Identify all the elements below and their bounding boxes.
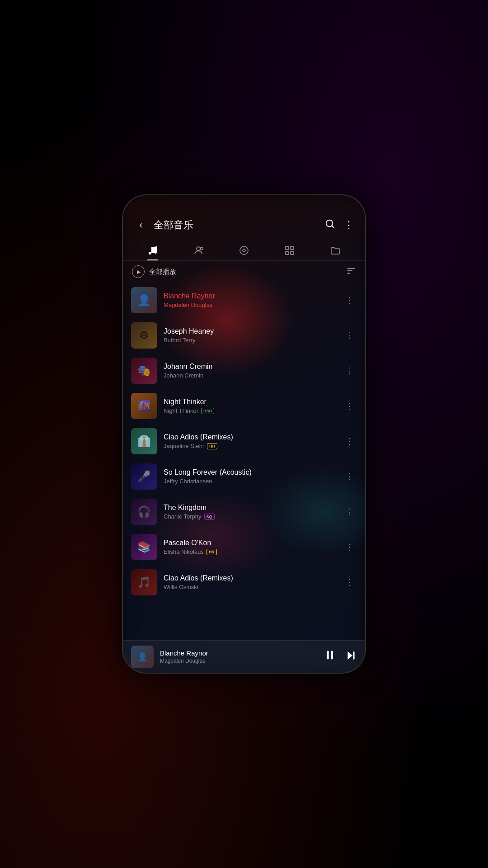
song-more-button[interactable]: ⋮	[342, 574, 357, 591]
svg-rect-16	[331, 651, 333, 660]
song-item[interactable]: ⚙ Joseph Heaney Buford Terry ⋮	[123, 318, 365, 353]
svg-point-7	[243, 249, 245, 252]
song-title: The Kingdom	[164, 504, 335, 512]
svg-rect-8	[286, 246, 289, 250]
song-info: The Kingdom Charlie Torphy SQ	[164, 504, 335, 520]
now-playing-thumb: 👤	[131, 646, 154, 668]
back-button[interactable]: ‹	[134, 218, 148, 232]
song-thumbnail: 👤	[131, 287, 157, 313]
song-artist: Buford Terry	[164, 337, 196, 344]
song-title: Joseph Heaney	[164, 327, 335, 335]
song-item[interactable]: 🎭 Johann Cremin Johann Cremin ⋮	[123, 353, 365, 388]
quality-badge: HR	[206, 549, 217, 555]
song-artist-row: Johann Cremin	[164, 372, 335, 379]
song-artist-row: Willis Osinski	[164, 584, 335, 590]
quality-badge: SQ	[204, 514, 215, 520]
search-icon[interactable]	[325, 219, 335, 231]
song-list: 👤 Blanche Raynor Magdalen Douglas ⋮ ⚙ Jo…	[123, 283, 365, 640]
song-artist-row: Night Thinker DSD	[164, 407, 335, 414]
song-info: Ciao Adios (Remixes) Jaqueline Stehr HR	[164, 433, 335, 449]
page-title: 全部音乐	[154, 218, 319, 232]
song-item[interactable]: 🌆 Night Thinker Night Thinker DSD ⋮	[123, 388, 365, 424]
header: ‹ 全部音乐 ⋮	[123, 195, 365, 238]
svg-line-1	[332, 226, 333, 227]
song-title: Blanche Raynor	[164, 292, 335, 300]
tab-playlists[interactable]	[267, 241, 312, 260]
pause-button[interactable]	[324, 649, 336, 665]
svg-point-3	[154, 251, 157, 254]
song-thumbnail: 📚	[131, 534, 157, 560]
song-artist: Elisha Nikolaus	[164, 548, 204, 555]
song-thumbnail: 🎧	[131, 499, 157, 525]
play-all-bar: ▶ 全部播放	[123, 261, 365, 283]
song-artist: Jeffry Christiansen	[164, 478, 212, 485]
song-info: Pascale O'Kon Elisha Nikolaus HR	[164, 539, 335, 555]
song-artist: Magdalen Douglas	[164, 302, 212, 308]
svg-point-6	[240, 246, 248, 255]
song-title: Pascale O'Kon	[164, 539, 335, 547]
svg-rect-11	[291, 251, 294, 255]
song-item[interactable]: 👔 Ciao Adios (Remixes) Jaqueline Stehr H…	[123, 424, 365, 459]
song-more-button[interactable]: ⋮	[342, 538, 357, 556]
svg-rect-18	[353, 651, 354, 659]
song-artist: Willis Osinski	[164, 584, 198, 590]
song-artist-row: Jeffry Christiansen	[164, 478, 335, 485]
song-more-button[interactable]: ⋮	[342, 292, 357, 309]
song-item[interactable]: 🎵 Ciao Adios (Remixes) Willis Osinski ⋮	[123, 565, 365, 600]
song-title: So Long Forever (Acoustic)	[164, 468, 335, 476]
svg-marker-17	[347, 651, 352, 659]
song-more-button[interactable]: ⋮	[342, 503, 357, 520]
sort-icon[interactable]	[346, 266, 356, 278]
now-playing-bar[interactable]: 👤 Blanche Raynor Magdalen Douglas	[123, 640, 365, 673]
song-item[interactable]: 📚 Pascale O'Kon Elisha Nikolaus HR ⋮	[123, 529, 365, 565]
song-more-button[interactable]: ⋮	[342, 327, 357, 344]
song-artist-row: Magdalen Douglas	[164, 302, 335, 308]
tab-artists[interactable]	[176, 241, 221, 260]
svg-rect-15	[327, 651, 329, 660]
svg-rect-10	[286, 251, 289, 255]
song-artist-row: Elisha Nikolaus HR	[164, 548, 335, 555]
tab-folders[interactable]	[312, 241, 358, 260]
song-thumbnail: 🎭	[131, 358, 157, 384]
song-artist: Charlie Torphy	[164, 513, 202, 520]
tab-songs[interactable]	[130, 241, 176, 260]
song-info: Night Thinker Night Thinker DSD	[164, 398, 335, 414]
svg-point-5	[200, 247, 203, 250]
now-playing-title: Blanche Raynor	[160, 649, 317, 657]
svg-rect-9	[291, 246, 294, 250]
song-thumbnail: 🎤	[131, 463, 157, 490]
song-artist: Jaqueline Stehr	[164, 443, 204, 449]
song-more-button[interactable]: ⋮	[342, 433, 357, 450]
more-options-icon[interactable]: ⋮	[344, 220, 354, 230]
song-artist-row: Charlie Torphy SQ	[164, 513, 335, 520]
song-title: Ciao Adios (Remixes)	[164, 433, 335, 441]
tab-albums[interactable]	[221, 241, 267, 260]
song-more-button[interactable]: ⋮	[342, 468, 357, 485]
song-info: Johann Cremin Johann Cremin	[164, 363, 335, 379]
song-info: So Long Forever (Acoustic) Jeffry Christ…	[164, 468, 335, 485]
song-info: Joseph Heaney Buford Terry	[164, 327, 335, 344]
play-all-button[interactable]: ▶	[132, 265, 145, 278]
song-artist: Johann Cremin	[164, 372, 203, 379]
song-item[interactable]: 🎤 So Long Forever (Acoustic) Jeffry Chri…	[123, 459, 365, 494]
song-artist: Night Thinker	[164, 407, 198, 414]
next-button[interactable]	[345, 650, 357, 664]
song-thumbnail: 👔	[131, 428, 157, 454]
song-title: Night Thinker	[164, 398, 335, 406]
header-actions: ⋮	[325, 219, 354, 231]
song-item[interactable]: 👤 Blanche Raynor Magdalen Douglas ⋮	[123, 283, 365, 318]
song-item[interactable]: 🎧 The Kingdom Charlie Torphy SQ ⋮	[123, 494, 365, 529]
song-title: Johann Cremin	[164, 363, 335, 371]
song-artist-row: Jaqueline Stehr HR	[164, 443, 335, 449]
song-more-button[interactable]: ⋮	[342, 362, 357, 379]
song-more-button[interactable]: ⋮	[342, 397, 357, 415]
song-title: Ciao Adios (Remixes)	[164, 574, 335, 582]
quality-badge: DSD	[201, 408, 214, 414]
nav-tabs	[123, 238, 365, 261]
svg-point-4	[197, 247, 200, 250]
song-thumbnail: 🌆	[131, 393, 157, 419]
song-thumbnail: 🎵	[131, 569, 157, 595]
now-playing-artist: Magdalen Douglas	[160, 658, 317, 664]
playback-controls	[324, 649, 357, 665]
song-info: Ciao Adios (Remixes) Willis Osinski	[164, 574, 335, 590]
